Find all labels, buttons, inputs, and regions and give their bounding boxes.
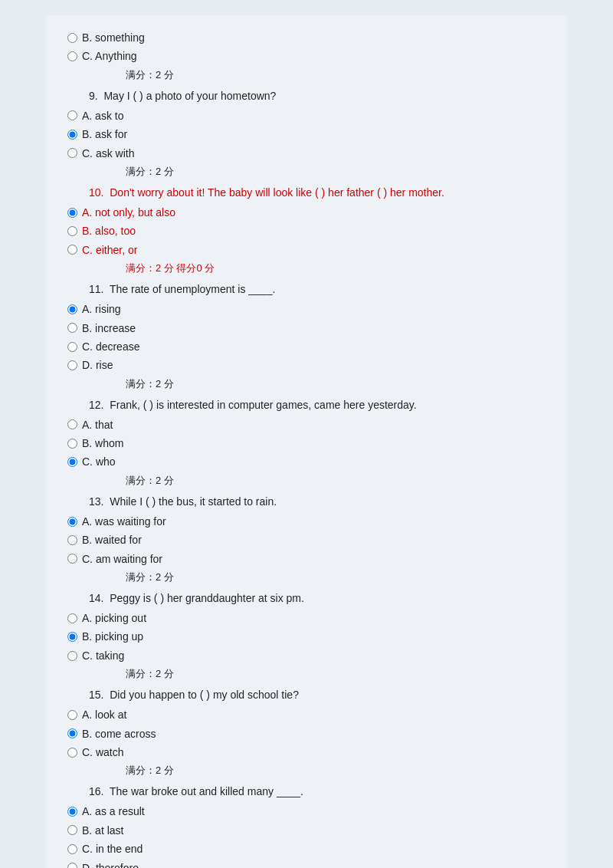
list-item: D. rise — [64, 357, 549, 373]
score-line-q12: 满分：2 分 — [126, 474, 549, 488]
option-label: A. ask to — [82, 107, 123, 124]
radio-q12a[interactable] — [67, 419, 77, 429]
question-11: 11. The rate of unemployment is ____. — [89, 281, 549, 298]
option-label: D. rise — [82, 357, 113, 373]
list-item: A. picking out — [64, 610, 549, 626]
radio-c-anything[interactable] — [67, 51, 77, 61]
radio-q16a[interactable] — [67, 807, 77, 817]
option-label: A. was waiting for — [82, 513, 166, 530]
option-label: B. something — [82, 29, 145, 46]
radio-q14a[interactable] — [67, 613, 77, 623]
list-item: C. decrease — [64, 338, 549, 355]
radio-b-something[interactable] — [67, 33, 77, 43]
option-label: C. Anything — [82, 48, 137, 64]
list-item: A. that — [64, 416, 549, 433]
option-label: B. ask for — [82, 126, 127, 143]
radio-q15c[interactable] — [67, 748, 77, 758]
list-item: B. at last — [64, 822, 549, 839]
option-label: B. picking up — [82, 628, 143, 645]
option-label: A. look at — [82, 706, 126, 723]
list-item: B. increase — [64, 320, 549, 337]
option-label: A. picking out — [82, 610, 146, 626]
list-item: C. in the end — [64, 840, 549, 857]
option-label: B. whom — [82, 435, 123, 452]
list-item: B. come across — [64, 725, 549, 742]
score-line-q11: 满分：2 分 — [126, 377, 549, 391]
score-line-q10: 满分：2 分 得分0 分 — [126, 261, 549, 275]
radio-q10c[interactable] — [67, 245, 77, 255]
radio-q10a[interactable] — [67, 208, 77, 218]
question-15: 15. Did you happen to ( ) my old school … — [89, 687, 549, 703]
list-item: C. either, or — [64, 242, 549, 258]
radio-q13b[interactable] — [67, 535, 77, 545]
list-item: C. ask with — [64, 145, 549, 162]
question-10: 10. Don't worry about it! The baby will … — [89, 185, 549, 201]
option-label: C. watch — [82, 744, 123, 761]
list-item: B. whom — [64, 435, 549, 452]
radio-q12c[interactable] — [67, 457, 77, 467]
list-item: A. look at — [64, 706, 549, 723]
list-item: B. waited for — [64, 531, 549, 548]
score-line-q8: 满分：2 分 — [126, 68, 549, 82]
radio-q10b[interactable] — [67, 226, 77, 236]
option-label: A. as a result — [82, 803, 145, 820]
option-label: C. taking — [82, 647, 124, 664]
radio-q9b[interactable] — [67, 130, 77, 140]
option-label: C. in the end — [82, 840, 143, 857]
option-label: C. am waiting for — [82, 551, 162, 567]
score-line-q15: 满分：2 分 — [126, 764, 549, 778]
radio-q14b[interactable] — [67, 632, 77, 642]
radio-q13c[interactable] — [67, 554, 77, 564]
score-line-q14: 满分：2 分 — [126, 667, 549, 681]
option-label: C. either, or — [82, 242, 137, 258]
list-item: C. taking — [64, 647, 549, 664]
radio-q14c[interactable] — [67, 651, 77, 661]
radio-q11a[interactable] — [67, 304, 77, 314]
option-label: C. who — [82, 453, 116, 470]
option-label: A. not only, but also — [82, 204, 175, 221]
list-item: D. therefore — [64, 860, 549, 868]
list-item: A. as a result — [64, 803, 549, 820]
question-13: 13. While I ( ) the bus, it started to r… — [89, 494, 549, 510]
question-14: 14. Peggy is ( ) her granddaughter at si… — [89, 590, 549, 607]
list-item: A. ask to — [64, 107, 549, 124]
radio-q13a[interactable] — [67, 517, 77, 527]
radio-q12b[interactable] — [67, 439, 77, 449]
question-16: 16. The war broke out and killed many __… — [89, 784, 549, 800]
list-item: C. Anything — [64, 48, 549, 64]
list-item: B. picking up — [64, 628, 549, 645]
radio-q15a[interactable] — [67, 710, 77, 720]
radio-q16c[interactable] — [67, 844, 77, 854]
score-line-q13: 满分：2 分 — [126, 570, 549, 584]
option-label: C. ask with — [82, 145, 134, 162]
radio-q11d[interactable] — [67, 360, 77, 370]
option-label: B. waited for — [82, 531, 142, 548]
radio-q11c[interactable] — [67, 342, 77, 352]
list-item: C. watch — [64, 744, 549, 761]
radio-q11b[interactable] — [67, 323, 77, 333]
option-label: B. increase — [82, 320, 136, 337]
list-item: B. also, too — [64, 222, 549, 239]
list-item: C. who — [64, 453, 549, 470]
list-item: B. something — [64, 29, 549, 46]
quiz-container: B. something C. Anything 满分：2 分 9. May I… — [46, 15, 567, 868]
option-label: A. that — [82, 416, 113, 433]
list-item: A. rising — [64, 301, 549, 317]
option-label: C. decrease — [82, 338, 139, 355]
list-item: B. ask for — [64, 126, 549, 143]
option-label: D. therefore — [82, 860, 139, 868]
radio-q16b[interactable] — [67, 825, 77, 835]
option-label: B. come across — [82, 725, 156, 742]
option-label: B. also, too — [82, 222, 136, 239]
list-item: A. not only, but also — [64, 204, 549, 221]
option-label: A. rising — [82, 301, 121, 317]
option-label: B. at last — [82, 822, 123, 839]
question-9: 9. May I ( ) a photo of your hometown? — [89, 88, 549, 104]
radio-q15b[interactable] — [67, 728, 77, 738]
radio-q9a[interactable] — [67, 110, 77, 120]
radio-q16d[interactable] — [67, 863, 77, 868]
list-item: A. was waiting for — [64, 513, 549, 530]
list-item: C. am waiting for — [64, 551, 549, 567]
radio-q9c[interactable] — [67, 148, 77, 158]
score-line-q9: 满分：2 分 — [126, 165, 549, 179]
